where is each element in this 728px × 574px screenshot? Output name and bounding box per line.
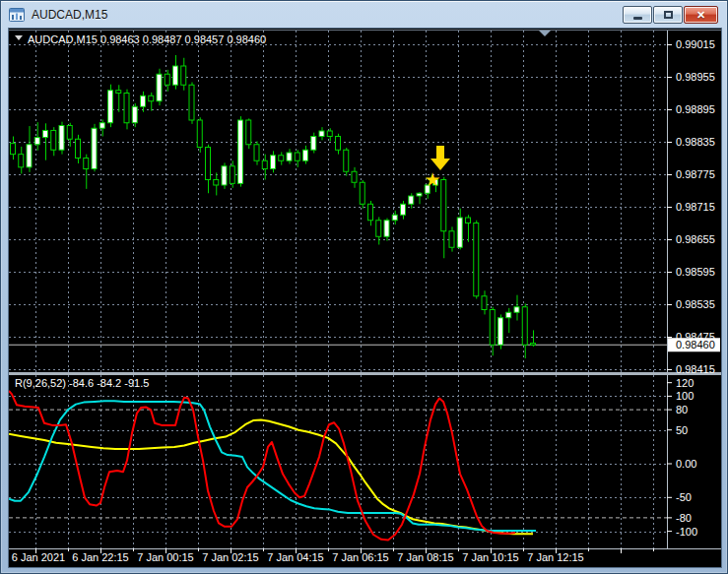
bull-candle: [392, 215, 397, 221]
bear-candle: [441, 180, 446, 231]
bear-candle: [490, 310, 495, 346]
bear-candle: [206, 148, 211, 180]
indicator-axis-label: -100: [676, 526, 697, 538]
bull-candle: [311, 137, 316, 151]
ohlc-header: AUDCAD,M15 0.98463 0.98487 0.98457 0.984…: [28, 33, 266, 45]
restore-icon: [664, 11, 673, 19]
indicator-axis-label: 120: [676, 377, 694, 389]
bear-candle: [344, 150, 349, 171]
bear-candle: [67, 126, 72, 140]
bear-candle: [246, 120, 251, 145]
restore-button[interactable]: [653, 6, 683, 24]
time-axis-label: 7 Jan 02:15: [202, 551, 259, 563]
bull-candle: [506, 312, 511, 318]
bull-candle: [514, 307, 519, 313]
bull-candle: [27, 145, 32, 167]
time-axis-label: 7 Jan 08:15: [397, 551, 454, 563]
bull-candle: [401, 204, 406, 215]
indicator-axis-label: -80: [676, 512, 692, 524]
bear-candle: [531, 344, 536, 346]
bear-candle: [189, 85, 194, 120]
bear-candle: [11, 144, 16, 155]
bear-candle: [522, 307, 527, 346]
indicator-axis-label: 0.00: [676, 458, 696, 470]
bear-candle: [214, 180, 219, 186]
current-price-tag-label: 0.98460: [676, 339, 715, 351]
bear-candle: [149, 96, 154, 101]
price-axis-label: 0.98535: [676, 298, 715, 310]
bear-candle: [254, 145, 259, 161]
bear-candle: [165, 74, 169, 85]
bear-candle: [376, 221, 381, 237]
bull-candle: [287, 153, 292, 160]
bear-candle: [295, 153, 299, 160]
indicator-axis-label: 100: [676, 390, 694, 402]
bull-candle: [59, 126, 64, 151]
bear-candle: [84, 159, 89, 169]
time-axis-label: 7 Jan 10:15: [462, 551, 519, 563]
bear-candle: [197, 120, 202, 148]
bull-candle: [132, 106, 137, 123]
bull-candle: [92, 128, 97, 168]
bear-candle: [19, 155, 24, 167]
time-axis-label: 7 Jan 06:15: [332, 551, 389, 563]
bull-candle: [43, 130, 48, 137]
bear-candle: [124, 94, 129, 123]
bull-candle: [99, 123, 104, 129]
price-axis-label: 0.99015: [676, 38, 715, 50]
indicator-axis-label: 50: [676, 424, 688, 436]
price-axis-label: 0.98895: [676, 103, 715, 115]
bull-candle: [417, 193, 422, 196]
bull-candle: [157, 74, 162, 101]
price-axis-label: 0.98955: [676, 71, 715, 83]
bear-candle: [230, 166, 234, 184]
panel-separator[interactable]: [9, 372, 721, 375]
bear-candle: [279, 156, 284, 161]
bear-candle: [352, 171, 357, 182]
window-title: AUDCAD,M15: [32, 8, 107, 22]
bull-candle: [384, 221, 389, 237]
bear-candle: [262, 160, 267, 168]
bear-candle: [51, 130, 56, 150]
price-axis-label: 0.98415: [676, 363, 715, 375]
indicator-axis-label: -50: [676, 491, 692, 503]
bear-candle: [336, 137, 341, 151]
time-axis-label: 6 Jan 22:15: [72, 551, 129, 563]
bear-candle: [76, 139, 81, 158]
bear-candle: [482, 296, 487, 310]
bull-candle: [303, 150, 308, 160]
bull-candle: [173, 66, 178, 85]
bear-candle: [368, 204, 373, 221]
price-axis-label: 0.98715: [676, 201, 715, 213]
bull-candle: [108, 91, 113, 123]
minimize-button[interactable]: [623, 6, 652, 24]
star-icon: ★: [424, 169, 440, 190]
bear-candle: [474, 223, 479, 296]
price-axis-label: 0.98835: [676, 136, 715, 148]
price-chart-canvas[interactable]: ★AUDCAD,M15 0.98463 0.98487 0.98457 0.98…: [9, 29, 721, 567]
time-axis-label: 7 Jan 12:15: [527, 551, 584, 563]
chart-client-area: ★AUDCAD,M15 0.98463 0.98487 0.98457 0.98…: [9, 29, 721, 567]
bull-candle: [222, 166, 227, 185]
titlebar[interactable]: AUDCAD,M15 ✕: [1, 1, 727, 29]
time-axis-label: 7 Jan 04:15: [267, 551, 324, 563]
down-arrow-icon: [436, 146, 444, 159]
time-axis-label: 6 Jan 2021: [12, 551, 65, 563]
bear-candle: [360, 182, 364, 204]
bull-candle: [238, 120, 243, 183]
bear-candle: [116, 91, 121, 94]
bull-candle: [319, 131, 324, 137]
bull-candle: [457, 218, 462, 247]
bull-candle: [141, 96, 146, 106]
bear-candle: [327, 131, 332, 137]
bull-candle: [34, 138, 39, 145]
bear-candle: [466, 218, 471, 223]
bull-candle: [409, 196, 414, 204]
bull-candle: [498, 318, 503, 346]
bull-candle: [271, 156, 276, 169]
bear-candle: [181, 66, 186, 85]
chart-window: AUDCAD,M15 ✕ ★AUDCAD,M15 0.98463 0.98487…: [0, 0, 728, 574]
app-icon: [9, 8, 25, 22]
indicator-header: R(9,26,52) -84.6 -84.2 -91.5: [15, 377, 149, 389]
close-button[interactable]: ✕: [684, 6, 718, 24]
